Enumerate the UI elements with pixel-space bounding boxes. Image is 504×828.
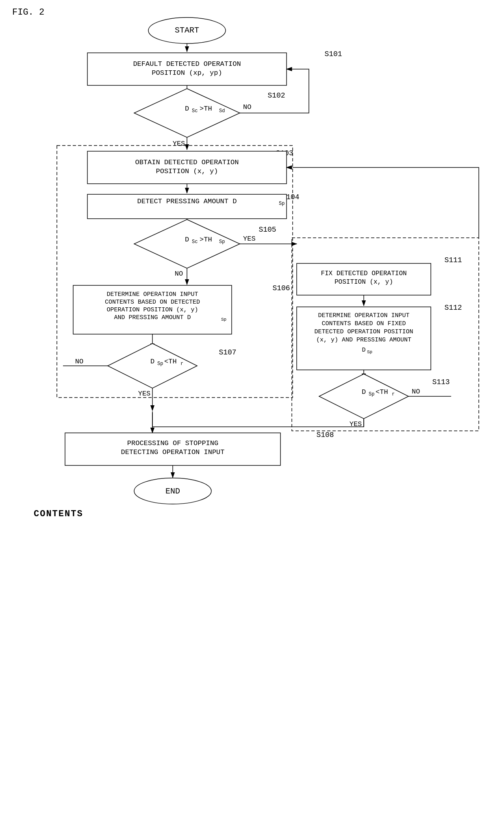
s106-line1: DETERMINE OPERATION INPUT: [106, 291, 198, 298]
s113-step: S113: [432, 378, 450, 386]
s105-gt: >TH: [200, 236, 212, 243]
s112-line1: DETERMINE OPERATION INPUT: [318, 312, 409, 319]
s103-line2: POSITION (x, y): [156, 167, 218, 175]
s107-step: S107: [219, 348, 236, 356]
start-label: START: [175, 26, 199, 35]
s102-sub2: Sd: [219, 108, 225, 114]
s102-sub1: Sc: [192, 108, 198, 114]
s112-step: S112: [444, 304, 462, 312]
s104-sub: Sp: [279, 201, 285, 206]
s105-label: D: [185, 236, 189, 243]
s101-line1: DEFAULT DETECTED OPERATION: [133, 60, 241, 68]
s107-lt: <TH: [164, 358, 177, 365]
s111-line2: POSITION (x, y): [335, 278, 393, 286]
end-label: END: [165, 487, 180, 496]
arrow-s113-yes-s108: [152, 413, 364, 427]
s105-step: S105: [259, 226, 276, 234]
s108-line1: PROCESSING OF STOPPING: [127, 439, 218, 447]
s107-yes-label: YES: [138, 390, 151, 398]
s102-no-label: NO: [243, 103, 251, 111]
s103-line1: OBTAIN DETECTED OPERATION: [135, 159, 239, 166]
s113-diamond: [319, 374, 408, 419]
s107-label: D: [150, 358, 154, 365]
s113-no-label: NO: [412, 388, 420, 396]
s105-no-label: NO: [175, 270, 183, 278]
s112-line5: D: [362, 347, 365, 354]
s101-line2: POSITION (xp, yp): [152, 69, 222, 77]
s112-line3: DETECTED OPERATION POSITION: [314, 328, 413, 335]
s105-sub2: Sp: [219, 239, 225, 245]
s107-sub1: Sp: [157, 361, 163, 367]
contents-label: CONTENTS: [34, 509, 83, 519]
s113-lt: <TH: [376, 388, 388, 396]
s111-step: S111: [444, 256, 462, 264]
s104-line1: DETECT PRESSING AMOUNT D: [137, 198, 237, 205]
s105-yes-label: YES: [243, 235, 256, 243]
s106-sub: Sp: [221, 317, 226, 322]
s106-line3: OPERATION POSITION (x, y): [106, 306, 198, 313]
s102-yes-label: YES: [173, 140, 185, 148]
s108-step: S108: [316, 431, 334, 439]
s102-step: S102: [267, 91, 285, 100]
s107-diamond: [108, 343, 197, 388]
s102-gt: >TH: [200, 105, 212, 113]
flowchart-svg: START S101 DEFAULT DETECTED OPERATION PO…: [0, 4, 504, 825]
s112-line2: CONTENTS BASED ON FIXED: [322, 320, 406, 327]
s106-line4: AND PRESSING AMOUNT D: [114, 314, 191, 321]
s113-sub1: Sp: [369, 391, 374, 397]
flowchart: START S101 DEFAULT DETECTED OPERATION PO…: [0, 4, 504, 825]
s112-sub: Sp: [367, 350, 372, 354]
s102-label: D: [185, 105, 189, 113]
s107-no-label: NO: [75, 358, 83, 365]
s106-step: S106: [272, 284, 290, 292]
s105-sub1: Sc: [192, 239, 198, 245]
s108-line2: DETECTING OPERATION INPUT: [121, 448, 224, 456]
s112-line4: (x, y) AND PRESSING AMOUNT: [316, 337, 411, 343]
s101-step: S101: [324, 50, 342, 58]
s106-line2: CONTENTS BASED ON DETECTED: [105, 299, 200, 306]
page: FIG. 2 START S101 DEFAULT DETECTED OPERA…: [0, 0, 504, 828]
s113-yes-label: YES: [350, 420, 362, 428]
s113-sub2: r: [392, 391, 395, 397]
s107-sub2: r: [180, 361, 183, 367]
s111-line1: FIX DETECTED OPERATION: [321, 270, 406, 277]
s113-label: D: [362, 388, 366, 396]
path-right-to-s103: [293, 167, 479, 238]
